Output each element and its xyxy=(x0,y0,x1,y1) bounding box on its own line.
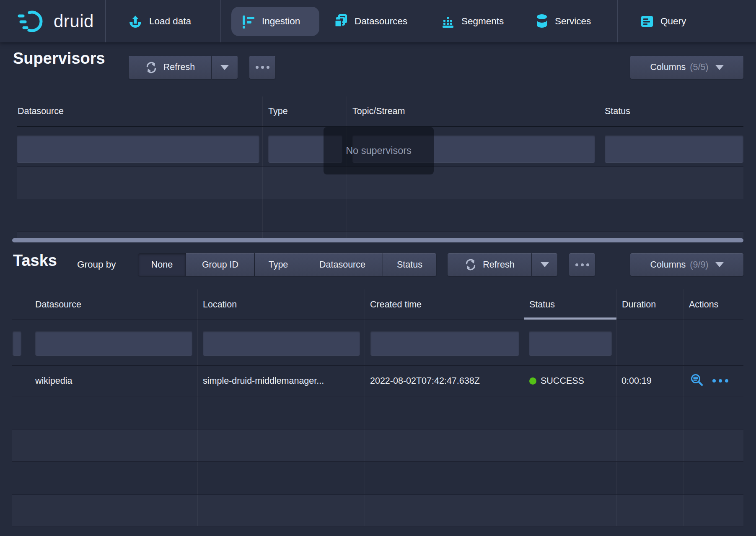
upload-icon xyxy=(128,14,143,29)
nav-divider xyxy=(220,0,221,42)
column-header-actions[interactable]: Actions xyxy=(684,289,743,320)
group-by-group-id-button[interactable]: Group ID xyxy=(186,253,255,276)
columns-count: (9/9) xyxy=(690,260,708,270)
group-by-button-group: None Group ID Type Datasource Status xyxy=(138,253,436,276)
task-created-time: 2022-08-02T07:42:47.638Z xyxy=(365,366,524,396)
datasources-icon xyxy=(333,14,348,29)
task-details-magnifier-icon[interactable] xyxy=(690,373,705,388)
logo-wordmark: druid xyxy=(54,11,94,31)
task-filter-location[interactable] xyxy=(203,331,360,356)
status-success-dot xyxy=(529,377,536,385)
nav-item-load-data[interactable]: Load data xyxy=(128,0,191,42)
tasks-title: Tasks xyxy=(13,252,57,270)
sort-indicator xyxy=(524,317,616,320)
task-more-actions-icon[interactable] xyxy=(712,379,728,382)
columns-label: Columns xyxy=(650,260,686,270)
nav-item-label: Ingestion xyxy=(262,16,300,27)
segments-icon xyxy=(441,14,455,29)
druid-logo-icon xyxy=(17,9,47,34)
tasks-refresh-button[interactable]: Refresh xyxy=(448,253,531,276)
chevron-down-icon xyxy=(715,262,724,267)
nav-divider xyxy=(105,0,106,42)
top-navbar: druid Load data Ingestion xyxy=(0,0,756,42)
supervisors-table: Datasource Type Topic/Stream Status No s… xyxy=(17,96,743,238)
column-header-type[interactable]: Type xyxy=(263,96,347,126)
nav-item-segments[interactable]: Segments xyxy=(441,0,504,42)
supervisors-more-button[interactable] xyxy=(249,56,275,79)
empty-row xyxy=(12,429,743,462)
chevron-down-icon xyxy=(220,65,229,70)
supervisors-title: Supervisors xyxy=(13,49,105,68)
tasks-refresh-dropdown[interactable] xyxy=(532,253,557,276)
column-header-datasource[interactable]: Datasource xyxy=(17,96,263,126)
column-header-duration[interactable]: Duration xyxy=(617,289,684,320)
empty-row xyxy=(12,396,743,429)
refresh-label: Refresh xyxy=(483,260,514,270)
task-filter-datasource[interactable] xyxy=(35,331,192,356)
task-datasource: wikipedia xyxy=(30,366,198,396)
column-header-topic-stream[interactable]: Topic/Stream xyxy=(347,96,599,126)
supervisors-columns-button[interactable]: Columns (5/5) xyxy=(630,56,743,79)
tasks-columns-button[interactable]: Columns (9/9) xyxy=(630,253,743,276)
nav-item-label: Segments xyxy=(461,16,504,27)
empty-row xyxy=(17,232,743,238)
chevron-down-icon xyxy=(541,262,549,267)
group-by-none-button[interactable]: None xyxy=(138,253,186,276)
group-by-type-button[interactable]: Type xyxy=(255,253,302,276)
refresh-icon xyxy=(145,61,158,74)
tasks-more-button[interactable] xyxy=(569,253,595,276)
column-header-status-sorted[interactable]: Status xyxy=(524,289,617,320)
task-row-wikipedia: wikipedia simple-druid-middlemanager... … xyxy=(12,366,743,396)
nav-item-label: Load data xyxy=(149,16,191,27)
group-by-datasource-button[interactable]: Datasource xyxy=(302,253,383,276)
nav-item-datasources[interactable]: Datasources xyxy=(333,0,407,42)
group-by-label: Group by xyxy=(77,259,116,270)
column-header-created-time[interactable]: Created time xyxy=(365,289,524,320)
nav-item-ingestion-active[interactable]: Ingestion xyxy=(231,7,319,36)
task-status: SUCCESS xyxy=(541,376,584,386)
task-status-cell: SUCCESS xyxy=(524,366,617,396)
task-duration: 0:00:19 xyxy=(617,366,684,396)
group-by-status-button[interactable]: Status xyxy=(383,253,436,276)
empty-row xyxy=(17,199,743,232)
columns-count: (5/5) xyxy=(690,62,708,73)
tasks-toolbar: Tasks Group by None Group ID Type Dataso… xyxy=(0,253,756,276)
task-filter-created-time[interactable] xyxy=(370,331,519,356)
druid-logo[interactable]: druid xyxy=(17,0,94,42)
supervisor-filter-datasource[interactable] xyxy=(17,135,259,163)
more-icon xyxy=(575,263,589,266)
nav-item-query[interactable]: Query xyxy=(640,0,686,42)
services-icon xyxy=(535,13,549,29)
query-icon xyxy=(640,14,654,29)
tasks-table: Datasource Location Created time Status … xyxy=(12,289,743,526)
empty-row xyxy=(12,495,743,526)
nav-divider xyxy=(617,0,618,42)
task-filter-id[interactable] xyxy=(13,331,21,356)
column-header-location[interactable]: Location xyxy=(198,289,365,320)
horizontal-scrollbar[interactable] xyxy=(12,238,743,242)
ingestion-icon xyxy=(241,14,256,29)
nav-item-label: Services xyxy=(555,16,591,27)
supervisors-refresh-button[interactable]: Refresh xyxy=(129,56,211,79)
nav-item-services[interactable]: Services xyxy=(535,0,591,42)
supervisors-refresh-dropdown[interactable] xyxy=(212,56,238,79)
nav-item-label: Query xyxy=(660,16,686,27)
chevron-down-icon xyxy=(715,65,724,70)
task-location: simple-druid-middlemanager... xyxy=(198,366,365,396)
task-actions-cell xyxy=(684,366,743,396)
task-filter-status[interactable] xyxy=(529,331,612,356)
supervisor-filter-status[interactable] xyxy=(605,135,743,163)
column-header-status[interactable]: Status xyxy=(599,96,743,126)
empty-row xyxy=(12,462,743,495)
column-header-id[interactable] xyxy=(12,289,30,320)
column-header-datasource[interactable]: Datasource xyxy=(30,289,198,320)
columns-label: Columns xyxy=(650,62,686,73)
more-icon xyxy=(256,66,269,69)
nav-item-label: Datasources xyxy=(355,16,407,27)
refresh-label: Refresh xyxy=(163,62,195,73)
refresh-icon xyxy=(464,258,477,271)
no-supervisors-message: No supervisors xyxy=(324,127,434,174)
